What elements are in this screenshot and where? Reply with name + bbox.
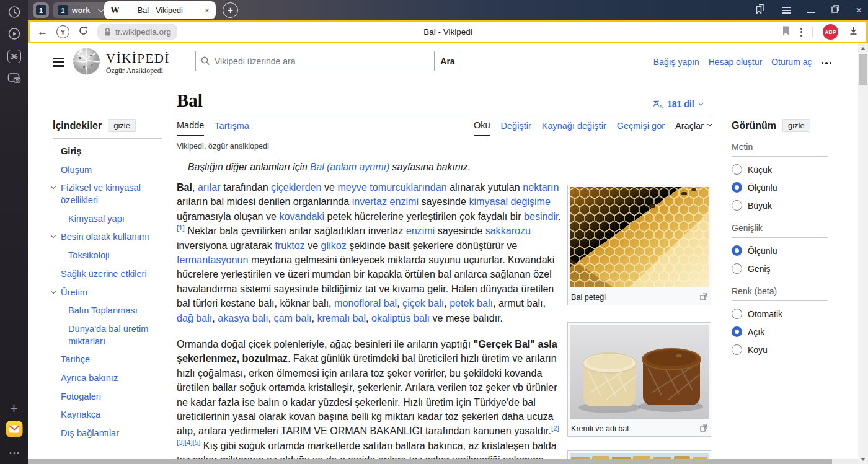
bookmarks-panel-icon[interactable] [754,3,766,17]
new-tab-button[interactable]: + [223,2,238,18]
tools-menu[interactable]: Araçlar [675,120,710,136]
inline-link[interactable]: akasya balı [218,312,268,323]
inline-link[interactable]: invertaz enzimi [352,196,418,207]
toc-collapse-icon[interactable] [51,288,56,293]
radio-icon[interactable] [732,344,742,355]
inline-link[interactable]: enzimi [406,225,435,236]
inline-link[interactable]: besindir [524,211,558,222]
sidebar-add-button[interactable]: + [10,401,18,417]
yandex-button[interactable]: Y [56,25,69,38]
login-link[interactable]: Oturum aç [771,57,812,67]
search-submit-button[interactable]: Ara [435,51,461,71]
create-account-link[interactable]: Hesap oluştur [709,57,762,67]
minimize-button[interactable] [807,7,815,14]
toc-item[interactable]: Balın Toplanması [68,302,161,320]
radio-width-wide[interactable]: Geniş [732,260,828,278]
reference-link[interactable]: [3] [177,437,185,447]
tab-oku[interactable]: Oku [474,120,490,136]
figure-honeycomb[interactable]: Bal peteği [567,185,711,305]
toc-item[interactable]: Ayrıca bakınız [61,369,163,388]
toc-item[interactable]: Dünya'da bal üretim miktarları [68,320,161,351]
toc-item[interactable]: Üretim [61,284,163,302]
radio-icon-selected[interactable] [732,326,742,337]
reload-button[interactable] [78,25,89,38]
appearance-hide-button[interactable]: gizle [782,119,810,132]
toc-item[interactable]: Toksikoloji [68,247,161,265]
search-input[interactable] [215,56,429,66]
tab-close-icon[interactable]: × [201,6,210,15]
tab-group-button[interactable]: 1 [33,2,49,18]
scroll-up-button[interactable] [858,43,868,53]
inline-link[interactable]: çam balı [274,312,312,323]
reference-link[interactable]: [2] [551,423,559,432]
history-clock-icon[interactable] [7,6,20,21]
toc-collapse-icon[interactable] [51,233,56,238]
radio-color-auto[interactable]: Otomatik [732,305,828,323]
inline-link[interactable]: okaliptüs balı [371,312,430,323]
maximize-button[interactable] [831,4,840,16]
horizontal-scrollbar-thumb[interactable] [28,459,832,464]
toc-item[interactable]: Oluşum [61,161,163,180]
inline-link[interactable]: kimyasal değişime [469,196,550,207]
inline-link[interactable]: Bal (anlam ayrımı) [310,162,389,172]
inline-link[interactable]: çiçeklerden [271,182,321,193]
radio-color-dark[interactable]: Koyu [732,341,828,359]
wikipedia-wordmark[interactable]: VİKİPEDİ Özgür Ansiklopedi [106,51,170,74]
tabs-count-badge[interactable]: 36 [7,50,21,63]
extensions-menu-icon[interactable] [800,28,802,37]
toc-item[interactable]: Fotogaleri [61,388,163,406]
screen-capture-icon[interactable] [7,72,21,87]
toc-item[interactable]: Giriş [61,142,163,161]
radio-text-standard[interactable]: Ölçünlü [732,178,828,196]
browser-menu-icon[interactable] [782,7,791,14]
tab-madde[interactable]: Madde [177,120,204,136]
search-box[interactable] [195,51,435,71]
toc-item[interactable]: Besin olarak kullanımı [61,228,163,247]
radio-icon[interactable] [732,164,742,175]
tab-degistir[interactable]: Değiştir [501,120,531,136]
radio-icon-selected[interactable] [732,182,742,193]
tab-tartisma[interactable]: Tartışma [215,120,249,136]
scroll-down-button[interactable] [858,454,868,464]
reference-link[interactable]: [5] [193,437,201,447]
inline-link[interactable]: kovandaki [280,211,324,222]
inline-link[interactable]: nektarın [523,182,559,193]
user-menu-more-icon[interactable] [822,59,832,64]
radio-text-large[interactable]: Büyük [732,196,828,214]
donate-link[interactable]: Bağış yapın [653,57,699,67]
inline-link[interactable]: glikoz [321,240,347,251]
main-menu-icon[interactable] [53,58,64,67]
toc-collapse-icon[interactable] [51,184,56,189]
active-tab[interactable]: W Bal - Vikipedi × [104,1,216,19]
sidebar-more-button[interactable] [9,452,19,454]
toc-item[interactable]: Dış bağlantılar [61,424,163,443]
radio-color-light[interactable]: Açık [732,323,828,341]
radio-width-standard[interactable]: Ölçünlü [732,242,828,260]
url-field[interactable]: tr.wikipedia.org [97,24,177,40]
figure-honey-jars[interactable]: Kremli ve adi bal [567,322,711,437]
radio-icon[interactable] [732,263,742,274]
toc-item[interactable]: Kimyasal yapı [68,210,161,229]
vertical-scrollbar[interactable] [858,43,868,464]
reference-link[interactable]: [1] [177,223,185,232]
bookmark-page-icon[interactable] [781,25,790,38]
inline-link[interactable]: dağ balı [177,312,212,323]
reference-link[interactable]: [4] [185,437,193,447]
back-button[interactable]: ← [37,27,48,37]
inline-link[interactable]: çiçek balı [402,297,444,309]
toc-item[interactable]: Tarihçe [61,351,163,369]
toc-item[interactable]: Sağlık üzerine etkileri [61,265,163,284]
adblock-plus-badge[interactable]: ABP [823,24,838,40]
yandex-mail-icon[interactable] [6,421,22,437]
inline-link[interactable]: sakkarozu [485,225,531,236]
workspace-selector[interactable]: 1 work [53,2,107,18]
inline-link[interactable]: fruktoz [275,240,304,251]
radio-text-small[interactable]: Küçük [732,160,828,178]
inline-link[interactable]: petek balı [450,297,493,309]
vertical-scrollbar-thumb[interactable] [859,54,867,85]
tab-kaynagi-degistir[interactable]: Kaynağı değiştir [542,120,606,136]
radio-icon[interactable] [732,309,742,319]
chevron-down-icon[interactable] [98,6,104,12]
enlarge-icon[interactable] [700,293,707,302]
inline-link[interactable]: kremalı bal [317,312,366,323]
